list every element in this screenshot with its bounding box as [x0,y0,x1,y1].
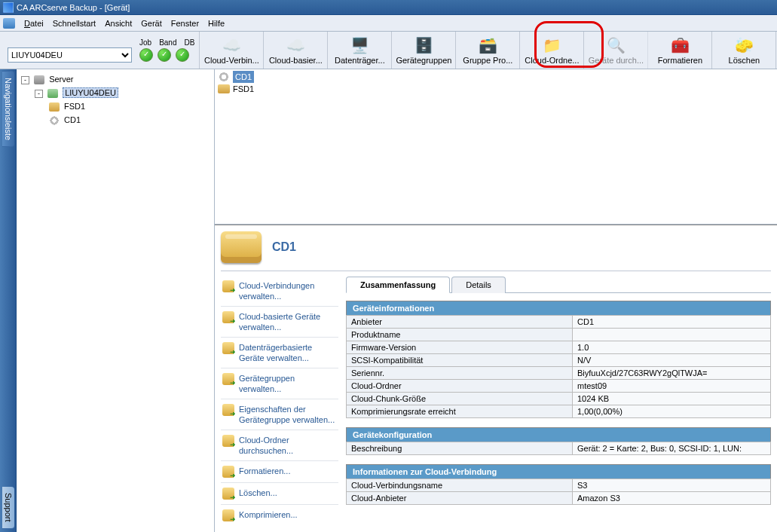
cloud-gear-icon: ☁️ [285,36,306,54]
section-geraeteinfo-title: Geräteinformationen [346,301,771,315]
toolbar: LIUYU04DEU Job Band DB ☁️ Cloud-Verbin..… [0,32,777,69]
tree-host[interactable]: - LIUYU04DEU FSD1 CD1 [35,86,211,127]
section-cloudverb-title: Informationen zur Cloud-Verbindung [346,464,771,478]
detail-area: CD1 Cloud-Verbindungen verwalten... Clou… [215,225,777,532]
tb-geraetegruppen[interactable]: 🗄️ Gerätegruppen [392,32,456,69]
action-datentraeger[interactable]: Datenträgerbasierte Geräte verwalten... [221,338,338,368]
menu-ansicht[interactable]: Ansicht [100,17,136,29]
cell-value: mtest09 [573,380,771,393]
tb-cloud-ordner[interactable]: 📁 Cloud-Ordne... [520,32,584,69]
cell-value: 1,00(0,00%) [573,405,771,418]
cell-value [573,329,771,341]
server-icon [34,75,44,84]
cell-key: Cloud-Ordner [347,380,573,393]
table-konfig: BeschreibungGerät: 2 = Karte: 2, Bus: 0,… [346,442,771,455]
expand-toggle-icon[interactable]: - [21,76,29,84]
cell-key: Seriennr. [347,367,573,380]
cd-icon [218,72,230,81]
device-item-cd1[interactable]: CD1 [218,71,774,83]
status-band-icon[interactable] [158,48,171,62]
action-komprimieren[interactable]: Komprimieren... [221,505,338,524]
device-groups-icon: 🗄️ [413,36,434,54]
status-label-band: Band [159,38,176,47]
erase-icon: 🧽 [733,36,754,54]
format-icon: 🧰 [669,36,690,54]
cell-value: Amazon S3 [573,492,771,505]
cell-value: N/V [573,354,771,367]
tb-datentraeger[interactable]: 🖥️ Datenträger... [328,32,392,69]
side-tab-navigation[interactable]: Navigationsleiste [2,71,14,147]
cell-key: Anbieter [347,316,573,329]
cell-value: Gerät: 2 = Karte: 2, Bus: 0, SCSI-ID: 1,… [573,442,771,455]
detail-tabs: Zusammenfassung Details [346,276,771,293]
tree-root[interactable]: - Server - LIUYU04DEU FSD1 [21,72,211,127]
tb-formatieren[interactable]: 🧰 Formatieren [648,32,712,69]
side-tab-support[interactable]: Support [2,487,14,529]
group-props-icon: 🗃️ [477,36,498,54]
fsd-icon [218,84,230,93]
device-item-fsd1[interactable]: FSD1 [218,83,774,95]
action-icon [222,373,234,385]
side-tab-bar: Navigationsleiste Support [0,69,17,532]
app-icon [3,2,14,13]
menu-hilfe[interactable]: Hilfe [203,17,229,29]
menu-fenster[interactable]: Fenster [167,17,203,29]
fsd-icon [49,102,60,112]
status-label-db: DB [184,38,194,47]
status-group: Job Band DB [139,38,194,62]
action-icon [222,509,234,521]
action-geraetegruppen[interactable]: Gerätegruppen verwalten... [221,368,338,399]
action-icon [222,342,234,354]
tab-details[interactable]: Details [451,277,506,293]
host-icon [47,89,58,98]
disk-icon: 🖥️ [349,36,370,54]
section-konfig-title: Gerätekonfiguration [346,427,771,442]
tb-cloud-basier[interactable]: ☁️ Cloud-basier... [264,32,328,69]
title-bar: CA ARCserve Backup - [Gerät] [0,0,777,15]
cell-key: Komprimierungsrate erreicht [347,405,573,418]
toolbar-left: LIUYU04DEU Job Band DB [0,32,200,69]
tb-gruppe-pro[interactable]: 🗃️ Gruppe Pro... [456,32,520,69]
tab-zusammenfassung[interactable]: Zusammenfassung [346,277,450,293]
action-loeschen[interactable]: Löschen... [221,483,338,505]
cell-key: Cloud-Verbindungsname [347,479,573,492]
server-select[interactable]: LIUYU04DEU [8,47,132,63]
cell-value: 1.0 [573,341,771,354]
menu-schnellstart[interactable]: Schnellstart [48,17,100,29]
cloud-folder-icon: 📁 [541,36,562,54]
action-icon [222,466,234,478]
action-icon [222,311,234,323]
tree-fsd[interactable]: FSD1 [48,99,211,113]
action-cloud-ordner[interactable]: Cloud-Ordner durchsuchen... [221,430,338,461]
tb-loeschen[interactable]: 🧽 Löschen [712,32,776,69]
expand-toggle-icon[interactable]: - [35,90,43,98]
action-cloud-verbindungen[interactable]: Cloud-Verbindungen verwalten... [221,276,338,307]
action-links: Cloud-Verbindungen verwalten... Cloud-ba… [221,276,338,524]
table-geraeteinfo: AnbieterCD1 Produktname Firmware-Version… [346,315,771,418]
menu-geraet[interactable]: Gerät [136,17,167,29]
action-icon [222,280,234,292]
cell-key: Firmware-Version [347,341,573,354]
menu-bar: Datei Schnellstart Ansicht Gerät Fenster… [0,15,777,32]
cd-icon [49,116,60,125]
status-db-icon[interactable] [176,48,189,62]
cloud-connect-icon: ☁️ [221,36,242,54]
cell-value: S3 [573,479,771,492]
action-formatieren[interactable]: Formatieren... [221,461,338,483]
cell-value: CD1 [573,316,771,329]
action-icon [222,435,234,447]
action-eigenschaften[interactable]: Eigenschaften der Gerätegruppe verwalten… [221,399,338,430]
cell-key: Cloud-Chunk-Größe [347,393,573,405]
table-cloudverb: Cloud-VerbindungsnameS3 Cloud-AnbieterAm… [346,478,771,505]
tb-geraete-durch: 🔍 Geräte durch... [584,32,648,69]
tree-cd[interactable]: CD1 [48,113,211,127]
menu-datei[interactable]: Datei [20,17,48,29]
status-job-icon[interactable] [139,48,153,62]
tb-cloud-verbindungen[interactable]: ☁️ Cloud-Verbin... [200,32,264,69]
action-cloud-geraete[interactable]: Cloud-basierte Geräte verwalten... [221,307,338,338]
device-large-icon [221,231,262,263]
window-title: CA ARCserve Backup - [Gerät] [17,3,130,12]
detail-title: CD1 [272,240,296,254]
cell-key: SCSI-Kompatibilität [347,354,573,367]
tree-panel: - Server - LIUYU04DEU FSD1 [17,69,215,532]
